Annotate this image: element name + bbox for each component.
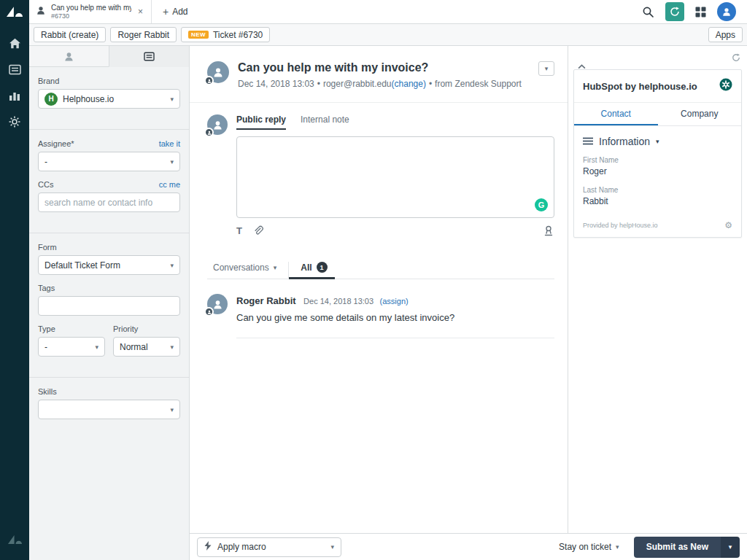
attachment-icon[interactable] <box>253 225 264 236</box>
provided-by-label: Provided by helpHouse.io <box>583 222 658 229</box>
app-settings-gear-icon[interactable]: ⚙ <box>724 220 732 230</box>
form-section: Form Default Ticket Form ▾ Tags Type - <box>29 233 189 378</box>
tab-all-conversations[interactable]: All 1 <box>289 262 334 279</box>
type-value: - <box>44 342 47 352</box>
field-label: Last Name <box>583 186 732 194</box>
zendesk-logo <box>7 7 23 20</box>
assignee-label: Assignee* <box>38 139 74 148</box>
tags-input[interactable] <box>38 296 180 316</box>
macro-bolt-icon <box>204 541 212 553</box>
brand-select[interactable]: H Helphouse.io ▾ <box>38 89 180 109</box>
reply-box: G <box>236 136 554 218</box>
conversations-dropdown[interactable]: Conversations ▾ <box>207 262 288 279</box>
type-select[interactable]: - ▾ <box>38 337 105 357</box>
assign-link[interactable]: (assign) <box>380 297 409 306</box>
tab-ticket-fields[interactable] <box>109 46 189 67</box>
information-label: Information <box>599 136 650 147</box>
priority-select[interactable]: Normal ▾ <box>113 337 180 357</box>
assignee-select[interactable]: - ▾ <box>38 152 180 171</box>
tab-company[interactable]: Company <box>658 103 742 125</box>
tab-public-reply[interactable]: Public reply <box>236 114 286 130</box>
field-value: Roger <box>583 166 732 176</box>
open-ticket-tab[interactable]: Can you help me with my ... #6730 × <box>29 0 152 23</box>
brand-label: Brand <box>38 77 180 85</box>
nav-home-icon[interactable] <box>0 30 29 56</box>
stay-on-ticket-label: Stay on ticket <box>559 542 611 552</box>
main-spacer <box>190 338 568 533</box>
stamp-icon[interactable] <box>543 225 554 236</box>
hubspot-title: HubSpot by helphouse.io <box>583 81 697 92</box>
ticket-footer: Apply macro ▾ Stay on ticket ▾ Submit as… <box>190 533 747 560</box>
nav-reports-icon[interactable] <box>0 82 29 109</box>
brand-avatar: H <box>44 93 58 106</box>
user-avatar[interactable] <box>717 2 736 21</box>
breadcrumb-ticket[interactable]: NEW Ticket #6730 <box>181 27 270 42</box>
close-tab-icon[interactable]: × <box>136 7 144 17</box>
avatar-badge-icon <box>204 76 214 85</box>
collapse-panel-icon[interactable] <box>578 59 586 72</box>
ticket-options-button[interactable]: ▾ <box>538 61 554 76</box>
submit-options-caret[interactable]: ▾ <box>721 537 740 558</box>
search-icon[interactable] <box>642 6 654 18</box>
contact-field-last-name: Last Name Rabbit <box>574 184 741 214</box>
apply-macro-label: Apply macro <box>217 542 266 552</box>
breadcrumb-label: Roger Rabbit <box>117 30 169 40</box>
ticket-tab-text: Can you help me with my ... #6730 <box>51 4 131 20</box>
skills-select[interactable]: ▾ <box>38 400 180 419</box>
nav-views-icon[interactable] <box>0 56 29 82</box>
message-avatar <box>207 294 228 314</box>
grammarly-icon[interactable]: G <box>535 198 548 211</box>
form-label: Form <box>38 243 180 252</box>
chevron-down-icon: ▾ <box>656 138 659 145</box>
nav-admin-gear-icon[interactable] <box>0 109 29 135</box>
global-nav <box>0 0 29 560</box>
chevron-down-icon: ▾ <box>170 262 174 269</box>
refresh-apps-icon[interactable] <box>732 52 740 65</box>
add-tab-button[interactable]: + Add <box>152 0 199 23</box>
chevron-down-icon: ▾ <box>170 96 174 103</box>
message-author: Roger Rabbit <box>236 295 296 306</box>
apps-panel: HubSpot by helphouse.io Contact Company <box>568 46 747 533</box>
contact-field-first-name: First Name Roger <box>574 155 741 184</box>
field-value: Rabbit <box>583 196 732 206</box>
zendesk-z-logo[interactable] <box>0 526 29 553</box>
stay-on-ticket-dropdown[interactable]: Stay on ticket ▾ <box>559 542 619 552</box>
breadcrumb-label: Ticket #6730 <box>213 30 263 40</box>
brand-value: Helphouse.io <box>63 94 114 104</box>
composer-body: Public reply Internal note G T <box>236 114 554 243</box>
add-label: Add <box>172 7 187 17</box>
assignee-value: - <box>44 157 47 167</box>
conversation-message: Roger Rabbit Dec 14, 2018 13:03 (assign)… <box>190 279 568 338</box>
hubspot-header: HubSpot by helphouse.io <box>574 70 741 103</box>
fields-panel-tabs <box>29 46 189 67</box>
cc-me-link[interactable]: cc me <box>159 180 180 189</box>
sync-button[interactable] <box>665 2 684 21</box>
ticket-meta: Dec 14, 2018 13:03•roger@rabbit.edu(chan… <box>238 79 530 89</box>
take-it-link[interactable]: take it <box>159 139 180 148</box>
ccs-input[interactable] <box>38 192 180 212</box>
chevron-down-icon: ▾ <box>170 158 174 166</box>
tab-contact[interactable]: Contact <box>574 103 658 125</box>
breadcrumb-requester[interactable]: Roger Rabbit <box>110 27 177 42</box>
skills-label: Skills <box>38 387 180 396</box>
ticket-title: Can you help me with my invoice? <box>238 61 530 74</box>
apps-toggle-button[interactable]: Apps <box>708 27 743 42</box>
breadcrumb-user-create[interactable]: Rabbit (create) <box>34 27 106 42</box>
apps-grid-icon[interactable] <box>695 7 706 18</box>
submit-button[interactable]: Submit as New <box>634 537 721 558</box>
apply-macro-button[interactable]: Apply macro ▾ <box>197 537 341 557</box>
content-area: Brand H Helphouse.io ▾ Assignee* take it… <box>29 46 747 560</box>
information-section-header[interactable]: Information ▾ <box>574 126 741 155</box>
reply-textarea[interactable] <box>237 137 554 217</box>
text-format-icon[interactable]: T <box>236 225 242 236</box>
ticket-source: from Zendesk Support <box>435 79 522 89</box>
tab-requester-info[interactable] <box>29 46 109 67</box>
ticket-tab-avatar-icon <box>36 5 46 18</box>
change-requester-link[interactable]: (change) <box>392 79 426 89</box>
form-select[interactable]: Default Ticket Form ▾ <box>38 255 180 275</box>
main-row: Can you help me with my invoice? Dec 14,… <box>190 46 747 533</box>
ticket-tab-title: Can you help me with my ... <box>51 4 131 12</box>
ticket-date: Dec 14, 2018 13:03 <box>238 79 314 89</box>
tab-internal-note[interactable]: Internal note <box>301 114 349 130</box>
chevron-down-icon: ▾ <box>274 264 277 271</box>
